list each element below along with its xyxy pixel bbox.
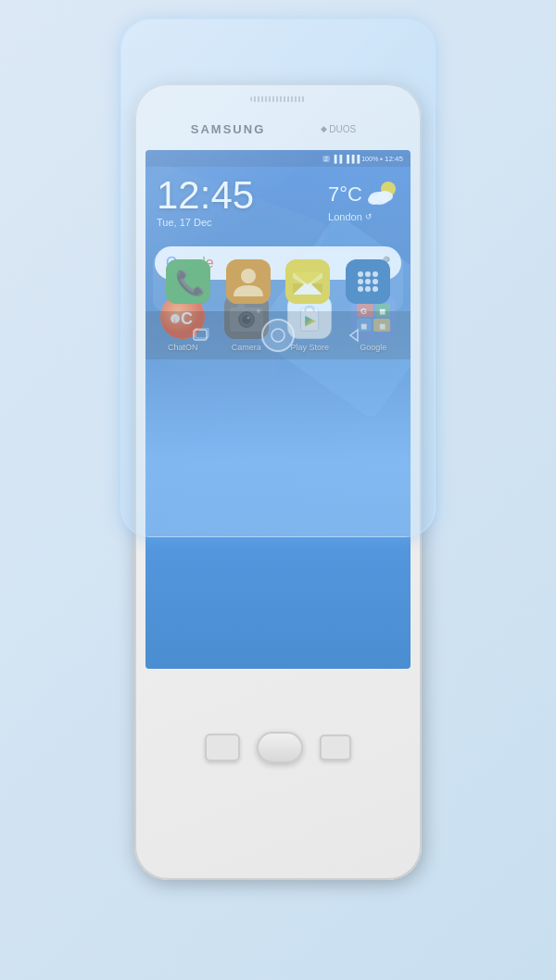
back-hardware-button[interactable] — [320, 735, 351, 760]
scene: SAMSUNG ◆ DUOS 2 ▐▐ ▐▐▐ 100% — [0, 0, 556, 980]
phone-bottom-controls — [134, 713, 422, 880]
recents-hardware-button[interactable] — [205, 734, 240, 761]
screen-protector — [120, 19, 436, 537]
home-hardware-button[interactable] — [257, 732, 303, 763]
hardware-nav-buttons — [205, 732, 351, 763]
